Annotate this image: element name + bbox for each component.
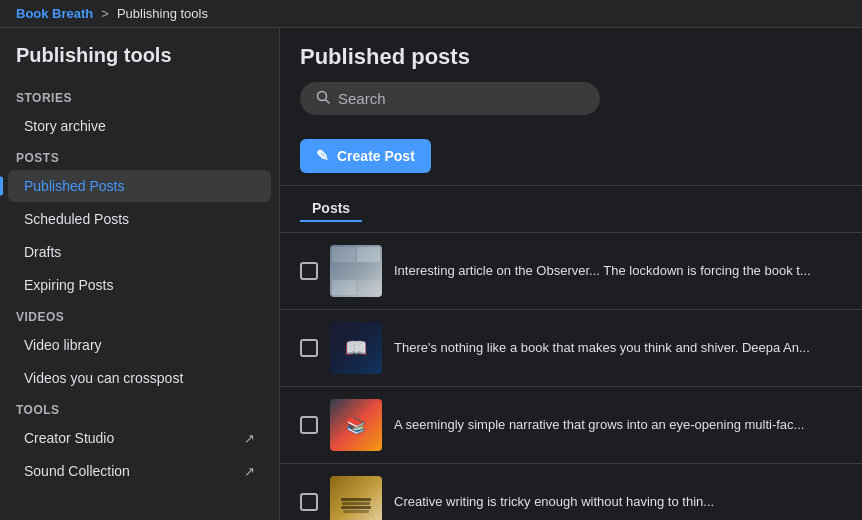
- post-checkbox-3[interactable]: [300, 416, 318, 434]
- search-bar: [300, 82, 600, 115]
- sidebar-item-scheduled-posts-label: Scheduled Posts: [24, 211, 129, 227]
- post-checkbox-4[interactable]: [300, 493, 318, 511]
- sidebar-item-published-posts-label: Published Posts: [24, 178, 124, 194]
- sidebar-item-sound-collection-label: Sound Collection: [24, 463, 130, 479]
- main-layout: Publishing tools Stories Story archive P…: [0, 28, 862, 520]
- content-header: Published posts: [280, 28, 862, 127]
- breadcrumb-brand[interactable]: Book Breath: [16, 6, 93, 21]
- post-checkbox-1[interactable]: [300, 262, 318, 280]
- sidebar: Publishing tools Stories Story archive P…: [0, 28, 280, 520]
- sidebar-item-sound-collection[interactable]: Sound Collection ↗: [8, 455, 271, 487]
- table-row[interactable]: Interesting article on the Observer... T…: [280, 233, 862, 310]
- post-text-2: There's nothing like a book that makes y…: [394, 339, 810, 357]
- sidebar-item-videos-crosspost-label: Videos you can crosspost: [24, 370, 183, 386]
- sidebar-item-creator-studio-label: Creator Studio: [24, 430, 114, 446]
- post-thumbnail-3: 📚: [330, 399, 382, 451]
- post-thumbnail-1: [330, 245, 382, 297]
- thumb-image-1: [330, 245, 382, 297]
- sidebar-section-stories: Stories: [0, 83, 279, 109]
- breadcrumb-current: Publishing tools: [117, 6, 208, 21]
- post-text-3: A seemingly simple narrative that grows …: [394, 416, 804, 434]
- search-input[interactable]: [338, 90, 584, 107]
- content-area: Published posts ✎ Create Post Posts: [280, 28, 862, 520]
- sidebar-section-tools: Tools: [0, 395, 279, 421]
- post-thumbnail-2: 📖: [330, 322, 382, 374]
- posts-list-header: Posts: [280, 185, 862, 233]
- posts-column-label: Posts: [300, 196, 362, 222]
- top-bar: Book Breath > Publishing tools: [0, 0, 862, 28]
- sidebar-item-expiring-posts[interactable]: Expiring Posts: [8, 269, 271, 301]
- sidebar-page-title: Publishing tools: [0, 40, 279, 83]
- table-row[interactable]: 📚 A seemingly simple narrative that grow…: [280, 387, 862, 464]
- table-row[interactable]: 📖 There's nothing like a book that makes…: [280, 310, 862, 387]
- search-icon: [316, 90, 330, 107]
- external-link-icon-2: ↗: [244, 464, 255, 479]
- create-post-label: Create Post: [337, 148, 415, 164]
- thumb-image-3: 📚: [330, 399, 382, 451]
- create-post-icon: ✎: [316, 147, 329, 165]
- sidebar-item-drafts-label: Drafts: [24, 244, 61, 260]
- create-post-button[interactable]: ✎ Create Post: [300, 139, 431, 173]
- post-text-1: Interesting article on the Observer... T…: [394, 262, 811, 280]
- post-text-4: Creative writing is tricky enough withou…: [394, 493, 714, 511]
- external-link-icon: ↗: [244, 431, 255, 446]
- thumb-image-4: [330, 476, 382, 520]
- table-row[interactable]: Creative writing is tricky enough withou…: [280, 464, 862, 520]
- sidebar-section-videos: Videos: [0, 302, 279, 328]
- sidebar-item-video-library[interactable]: Video library: [8, 329, 271, 361]
- sidebar-item-scheduled-posts[interactable]: Scheduled Posts: [8, 203, 271, 235]
- sidebar-item-videos-crosspost[interactable]: Videos you can crosspost: [8, 362, 271, 394]
- sidebar-item-drafts[interactable]: Drafts: [8, 236, 271, 268]
- thumb-image-2: 📖: [330, 322, 382, 374]
- sidebar-item-video-library-label: Video library: [24, 337, 102, 353]
- svg-line-1: [326, 100, 330, 104]
- sidebar-item-creator-studio[interactable]: Creator Studio ↗: [8, 422, 271, 454]
- post-thumbnail-4: [330, 476, 382, 520]
- breadcrumb-separator: >: [101, 6, 109, 21]
- post-checkbox-2[interactable]: [300, 339, 318, 357]
- page-title: Published posts: [300, 44, 842, 70]
- sidebar-item-story-archive[interactable]: Story archive: [8, 110, 271, 142]
- create-post-section: ✎ Create Post: [280, 127, 862, 185]
- sidebar-item-published-posts[interactable]: Published Posts: [8, 170, 271, 202]
- sidebar-section-posts: Posts: [0, 143, 279, 169]
- sidebar-item-expiring-posts-label: Expiring Posts: [24, 277, 113, 293]
